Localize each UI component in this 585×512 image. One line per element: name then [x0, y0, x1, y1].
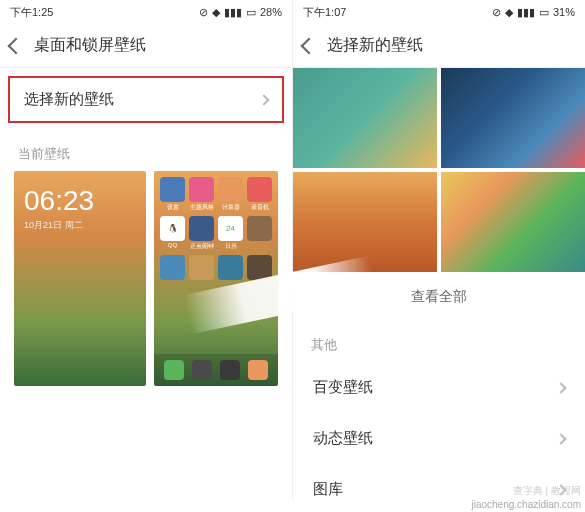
header: 选择新的壁纸	[293, 24, 585, 68]
signal-icon: ▮▮▮	[517, 6, 535, 19]
battery-percent: 31%	[553, 6, 575, 18]
watermark-text: 查字典 | 教程网	[513, 484, 581, 498]
app-icon	[247, 255, 272, 281]
list-item[interactable]: 动态壁纸	[293, 413, 585, 464]
page-title: 桌面和锁屏壁纸	[34, 35, 146, 56]
app-icon	[247, 216, 272, 251]
status-time: 下午1:25	[10, 5, 53, 20]
dock-icon	[248, 360, 268, 380]
wallpaper-thumb[interactable]	[293, 68, 437, 168]
wallpaper-thumb[interactable]	[293, 172, 437, 272]
status-indicators: ⊘ ◆ ▮▮▮ ▭ 31%	[492, 6, 575, 19]
lock-date: 10月21日 周二	[24, 219, 136, 232]
list-item[interactable]: 百变壁纸	[293, 362, 585, 413]
list-item-label: 动态壁纸	[313, 429, 373, 448]
wallpaper-previews: 06:23 10月21日 周二 设置主题风格计算器录音机🐧QQ正点闹钟24日历	[0, 171, 292, 386]
chevron-right-icon	[555, 382, 566, 393]
battery-percent: 28%	[260, 6, 282, 18]
app-icon: 录音机	[247, 177, 272, 212]
mute-icon: ⊘	[492, 6, 501, 19]
wallpaper-thumb[interactable]	[441, 172, 585, 272]
lock-time: 06:23	[24, 185, 136, 217]
app-grid: 设置主题风格计算器录音机🐧QQ正点闹钟24日历	[160, 177, 272, 281]
chevron-right-icon	[258, 94, 269, 105]
dock-icon	[164, 360, 184, 380]
page-title: 选择新的壁纸	[327, 35, 423, 56]
chevron-right-icon	[555, 433, 566, 444]
wifi-icon: ◆	[505, 6, 513, 19]
back-icon[interactable]	[301, 37, 318, 54]
other-section-label: 其他	[293, 322, 585, 362]
app-icon	[160, 255, 185, 281]
screen-wallpaper-settings: 下午1:25 ⊘ ◆ ▮▮▮ ▭ 28% 桌面和锁屏壁纸 选择新的壁纸 当前壁纸…	[0, 0, 293, 500]
app-icon: 🐧QQ	[160, 216, 185, 251]
current-wallpaper-label: 当前壁纸	[0, 131, 292, 171]
wallpaper-thumb[interactable]	[441, 68, 585, 168]
screen-select-wallpaper: 下午1:07 ⊘ ◆ ▮▮▮ ▭ 31% 选择新的壁纸 查看全部 其他 百变壁纸…	[293, 0, 585, 500]
homescreen-preview[interactable]: 设置主题风格计算器录音机🐧QQ正点闹钟24日历	[154, 171, 278, 386]
back-icon[interactable]	[8, 37, 25, 54]
header: 桌面和锁屏壁纸	[0, 24, 292, 68]
dock	[154, 354, 278, 386]
app-icon: 设置	[160, 177, 185, 212]
dock-icon	[192, 360, 212, 380]
app-icon: 24日历	[218, 216, 243, 251]
app-icon: 主题风格	[189, 177, 214, 212]
status-bar: 下午1:25 ⊘ ◆ ▮▮▮ ▭ 28%	[0, 0, 292, 24]
app-icon	[218, 255, 243, 281]
select-new-wallpaper-row[interactable]: 选择新的壁纸	[8, 76, 284, 123]
wallpaper-grid	[293, 68, 585, 272]
status-indicators: ⊘ ◆ ▮▮▮ ▭ 28%	[199, 6, 282, 19]
app-icon: 正点闹钟	[189, 216, 214, 251]
app-icon	[189, 255, 214, 281]
dock-icon	[220, 360, 240, 380]
wifi-icon: ◆	[212, 6, 220, 19]
list-item-label: 百变壁纸	[313, 378, 373, 397]
view-all-button[interactable]: 查看全部	[293, 272, 585, 322]
mute-icon: ⊘	[199, 6, 208, 19]
watermark-url: jiaocheng.chazidian.com	[471, 499, 581, 510]
other-sources-list: 百变壁纸动态壁纸图库文件管理	[293, 362, 585, 500]
select-new-label: 选择新的壁纸	[24, 90, 114, 109]
status-time: 下午1:07	[303, 5, 346, 20]
battery-icon: ▭	[246, 6, 256, 19]
list-item-label: 图库	[313, 480, 343, 499]
status-bar: 下午1:07 ⊘ ◆ ▮▮▮ ▭ 31%	[293, 0, 585, 24]
signal-icon: ▮▮▮	[224, 6, 242, 19]
battery-icon: ▭	[539, 6, 549, 19]
app-icon: 计算器	[218, 177, 243, 212]
lockscreen-preview[interactable]: 06:23 10月21日 周二	[14, 171, 146, 386]
